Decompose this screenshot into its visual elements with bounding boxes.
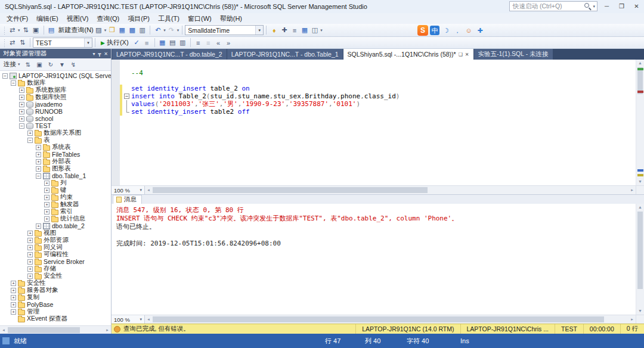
document-tab-3[interactable]: 实验五-1(1).SQL - 未连接 [474,49,553,60]
quick-launch-box[interactable]: 快速启动 (Ctrl+Q) ▾ [509,1,597,11]
chevron-down-icon[interactable]: ▾ [163,28,166,33]
messages-vscrollbar[interactable]: ▲ ▼ [636,204,644,315]
connect-icon[interactable]: ⇄ [7,38,17,48]
close-icon[interactable]: ✕ [465,52,469,57]
outline-margin[interactable]: − [123,92,130,100]
tree-node[interactable]: +PolyBase [0,301,111,308]
tree-node[interactable]: +列 [0,179,111,187]
datatype-combo[interactable]: SmalldateTime ▾ [185,25,264,35]
parse-icon[interactable]: ✓ [132,38,142,48]
outdent-icon[interactable]: « [213,38,224,48]
pin-icon[interactable]: ┳ [98,51,101,57]
tree-expander-icon[interactable]: + [36,159,41,164]
menu-item-2[interactable]: 视图(V) [63,13,93,24]
scrollbar-thumb[interactable] [153,316,604,322]
redo-icon[interactable]: ↷ [166,25,177,35]
tree-node[interactable]: +dbo.table_2 [0,222,111,229]
tree-node[interactable]: +图形表 [0,165,111,172]
connect-icon[interactable]: ⇄ [7,25,17,35]
primary-key-icon[interactable]: ♦ [269,25,279,35]
tab-messages[interactable]: 消息 [113,195,142,204]
tree-expander-icon[interactable]: + [11,295,16,300]
tree-expander-icon[interactable]: + [36,223,41,229]
menu-item-1[interactable]: 编辑(E) [32,13,63,24]
indent-icon[interactable]: » [224,38,234,48]
ime-toolbar[interactable]: S 中☽，☺✚ [417,25,485,36]
undo-icon[interactable]: ↶ [153,25,163,35]
document-tab-0[interactable]: LAPTOP-JR91Q1NC...T - dbo.table_2 [112,49,227,60]
tree-node[interactable]: XEvent 探查器 [0,315,111,322]
ime-cn-icon[interactable]: 中 [430,26,439,35]
tree-node[interactable]: +系统数据库 [0,86,111,94]
tree-node[interactable]: +外部资源 [0,237,111,244]
search-icon[interactable] [584,3,591,10]
tree-node[interactable]: +javademo [0,101,111,108]
scroll-left-icon[interactable]: ◂ [145,186,152,194]
close-icon[interactable]: ✕ [104,51,108,57]
results-file-icon[interactable]: ▥ [178,38,188,48]
chevron-down-icon[interactable]: ▾ [255,26,263,35]
uncomment-icon[interactable]: ≡ [203,38,213,48]
tree-expander-icon[interactable]: + [27,252,33,257]
scroll-right-icon[interactable]: ▸ [628,186,636,194]
pin-icon[interactable]: ❏ [459,52,463,57]
tree-node[interactable]: +索引 [0,208,111,215]
tree-node[interactable]: +键 [0,187,111,194]
editor-vscrollbar[interactable]: ▲ ▼ [636,60,644,185]
messages-zoom-combo[interactable]: 100 % ▾ [112,315,145,324]
tree-expander-icon[interactable]: + [11,288,16,293]
tree-expander-icon[interactable]: + [19,102,24,107]
open-file-icon[interactable]: ❒ [107,25,117,35]
tree-expander-icon[interactable]: − [36,173,41,179]
scrollbar-thumb[interactable] [153,187,428,193]
tree-node[interactable]: +RUNOOB [0,108,111,115]
scrollbar-thumb[interactable] [637,212,643,289]
code-line[interactable] [120,77,636,85]
tree-expander-icon[interactable]: + [27,266,33,272]
disconnect-icon[interactable]: ⇅ [24,61,33,68]
menu-item-7[interactable]: 帮助(H) [216,13,246,24]
sql-editor[interactable]: --4set identity_insert table_2 on−insert… [112,60,644,185]
tree-node[interactable]: +school [0,115,111,122]
scroll-left-icon[interactable]: ◂ [145,315,152,324]
document-tab-1[interactable]: LAPTOP-JR91Q1NC...T - dbo.Table_1 [227,49,343,60]
scrollbar-thumb[interactable] [8,327,80,333]
scroll-left-icon[interactable]: ◂ [0,326,7,334]
menu-item-5[interactable]: 工具(T) [154,13,184,24]
tree-node[interactable]: +FileTables [0,151,111,158]
activity-monitor-icon[interactable]: ▣ [31,25,41,35]
tree-expander-icon[interactable]: + [27,259,33,265]
results-grid-icon[interactable]: ▦ [157,38,168,48]
tree-expander-icon[interactable]: + [36,145,41,150]
code-line[interactable] [120,61,636,69]
tree-expander-icon[interactable]: + [27,231,33,236]
tree-expander-icon[interactable]: + [27,245,33,250]
tree-expander-icon[interactable]: + [27,130,33,136]
tree-node[interactable]: +服务器对象 [0,287,111,294]
table-designer-icon[interactable]: ▦ [299,25,309,35]
tree-expander-icon[interactable]: − [19,123,24,129]
close-button[interactable]: ✕ [629,0,644,13]
results-text-icon[interactable]: ▤ [168,38,178,48]
print-icon[interactable]: ▥ [137,25,147,35]
menu-item-4[interactable]: 项目(P) [123,13,154,24]
cancel-query-icon[interactable]: ■ [142,38,152,48]
chevron-down-icon[interactable]: ▾ [593,4,595,9]
toolbar-overflow-icon[interactable]: ▾ [320,28,323,33]
tree-node[interactable]: +统计信息 [0,215,111,222]
xevent-icon[interactable]: ↯ [69,61,78,68]
scroll-right-icon[interactable]: ▸ [104,326,111,334]
save-icon[interactable]: ▦ [117,25,127,35]
tree-node[interactable]: +触发器 [0,201,111,208]
tree-node[interactable]: −LAPTOP-JR91Q1NC (SQL Server 14.0. [0,72,111,79]
change-connection-icon[interactable]: ⇅ [17,38,27,48]
tree-node[interactable]: +数据库关系图 [0,129,111,136]
sogou-logo-icon[interactable]: S [417,25,428,36]
scroll-right-icon[interactable]: ▸ [628,315,636,324]
tree-expander-icon[interactable]: + [44,188,49,193]
collapse-icon[interactable]: − [124,94,129,99]
tree-node[interactable]: −表 [0,136,111,144]
tree-expander-icon[interactable]: + [36,152,41,157]
code-line[interactable]: values('2011003','张三','男','1990-9-23','3… [120,100,636,108]
scroll-down-icon[interactable]: ▼ [636,307,644,315]
